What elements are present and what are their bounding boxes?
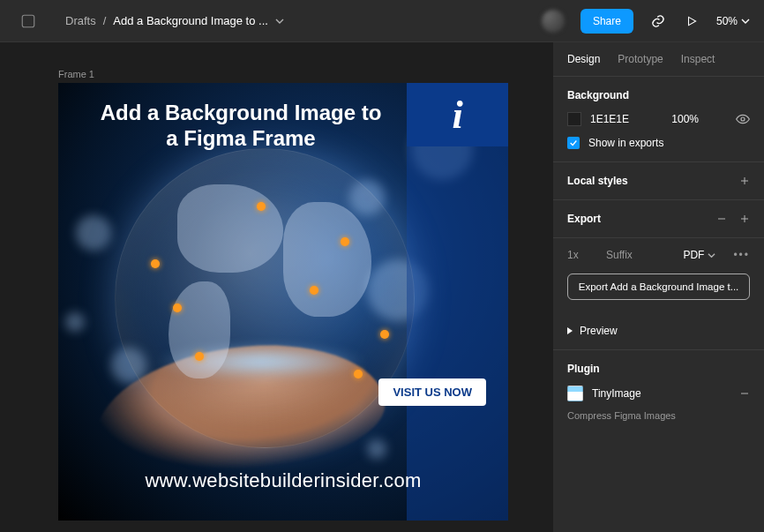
local-styles-header: Local styles [553, 162, 764, 200]
export-size[interactable]: 1x [567, 249, 588, 261]
svg-point-1 [741, 117, 745, 121]
figma-logo-icon [20, 13, 36, 29]
plugin-title: Plugin [567, 363, 750, 375]
plugin-icon [567, 386, 583, 401]
local-styles-title: Local styles [567, 175, 628, 187]
frame-label[interactable]: Frame 1 [58, 69, 94, 79]
tab-prototype[interactable]: Prototype [618, 53, 663, 65]
breadcrumb: Drafts / Add a Background Image to ... [65, 14, 284, 27]
main-menu-button[interactable] [16, 9, 41, 34]
bg-hex[interactable]: 1E1E1E [590, 113, 629, 125]
show-in-exports-checkbox[interactable] [567, 137, 580, 149]
cta-button: VISIT US NOW [378, 378, 486, 406]
globe [115, 148, 415, 448]
panel-tabs: Design Prototype Inspect [553, 42, 764, 77]
corner-badge: i [407, 83, 508, 146]
bokeh-light [367, 439, 386, 459]
bokeh-light [65, 312, 85, 332]
chevron-down-icon [708, 251, 715, 259]
remove-export-icon[interactable] [716, 214, 727, 224]
bg-opacity[interactable]: 100% [671, 113, 699, 125]
breadcrumb-current[interactable]: Add a Background Image to ... [113, 14, 268, 27]
background-group: Background 1E1E1E 100% Show in exports [553, 77, 764, 162]
add-style-icon[interactable] [739, 176, 750, 186]
canvas[interactable]: Frame 1 [0, 42, 552, 532]
plugin-collapse-icon[interactable] [739, 388, 750, 399]
export-format[interactable]: PDF [683, 249, 715, 261]
export-header: Export [553, 200, 764, 238]
preview-label: Preview [580, 325, 618, 337]
bg-swatch[interactable] [567, 112, 581, 126]
preview-row[interactable]: Preview [553, 312, 764, 350]
tab-inspect[interactable]: Inspect [681, 53, 715, 65]
frame-1[interactable]: i Add a Background Image to a Figma Fram… [58, 83, 508, 521]
topbar-right: Share 50% [542, 9, 750, 34]
breadcrumb-root[interactable]: Drafts [65, 14, 96, 27]
headline: Add a Background Image to a Figma Frame [97, 101, 385, 152]
link-icon[interactable] [649, 12, 667, 30]
url-text: www.websitebuilderinsider.com [58, 469, 508, 492]
zoom-value: 50% [716, 15, 738, 27]
add-export-icon[interactable] [739, 214, 750, 224]
export-group: 1x Suffix PDF ••• Export Add a Backgroun… [553, 238, 764, 312]
export-more-icon[interactable]: ••• [733, 249, 750, 261]
plugin-name[interactable]: TinyImage [592, 387, 641, 400]
visibility-icon[interactable] [736, 112, 750, 126]
export-suffix[interactable]: Suffix [606, 249, 665, 261]
bokeh-light [76, 215, 111, 251]
right-panel: Design Prototype Inspect Background 1E1E… [552, 42, 764, 532]
topbar: Drafts / Add a Background Image to ... S… [0, 0, 764, 42]
right-band [407, 146, 508, 521]
breadcrumb-separator: / [103, 14, 107, 27]
chevron-down-icon [741, 17, 750, 26]
avatar[interactable] [542, 10, 565, 33]
show-in-exports-label: Show in exports [588, 137, 663, 149]
chevron-down-icon[interactable] [275, 17, 284, 26]
export-button[interactable]: Export Add a Background Image t... [567, 273, 750, 300]
export-title: Export [567, 213, 601, 225]
plugin-desc: Compress Figma Images [567, 410, 750, 421]
share-button[interactable]: Share [580, 9, 633, 34]
tab-design[interactable]: Design [567, 53, 600, 65]
plugin-group: Plugin TinyImage Compress Figma Images [553, 350, 764, 433]
main: Frame 1 [0, 42, 764, 532]
svg-rect-0 [22, 15, 34, 27]
triangle-right-icon [567, 327, 573, 334]
zoom-control[interactable]: 50% [716, 15, 750, 27]
background-title: Background [567, 89, 750, 101]
corner-char: i [452, 93, 462, 138]
play-icon[interactable] [683, 12, 700, 30]
